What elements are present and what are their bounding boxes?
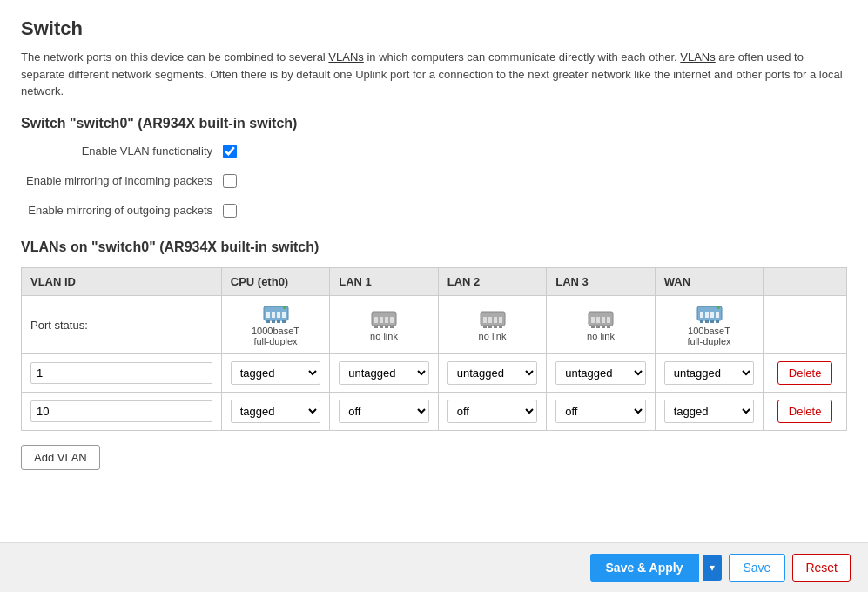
wan-status-line2: full-duplex <box>687 336 730 346</box>
switch-section: Switch "switch0" (AR934X built-in switch… <box>21 116 847 219</box>
cpu-select-cell-1: tagged untagged off <box>221 354 330 393</box>
lan3-select-cell-2: tagged untagged off <box>547 393 656 431</box>
enable-vlan-checkbox[interactable] <box>223 145 237 158</box>
svg-rect-31 <box>602 317 605 323</box>
svg-rect-8 <box>282 320 286 323</box>
enable-mirror-outgoing-row: Enable mirroring of outgoing packets <box>21 203 847 219</box>
page-container: Switch The network ports on this device … <box>0 0 868 592</box>
svg-rect-36 <box>607 326 610 328</box>
enable-mirror-incoming-control <box>223 174 237 188</box>
lan1-select-cell-1: tagged untagged off <box>330 354 439 393</box>
delete-button-1[interactable]: Delete <box>777 361 833 385</box>
port-lan3-status: no link <box>547 296 656 354</box>
vlan-id-cell-1 <box>22 354 222 393</box>
vlan-link-2[interactable]: VLANs <box>680 50 715 64</box>
vlan-id-input-1[interactable] <box>30 362 212 384</box>
lan3-select-1[interactable]: tagged untagged off <box>555 361 646 385</box>
enable-mirror-outgoing-control <box>223 204 237 218</box>
svg-rect-42 <box>700 320 703 323</box>
svg-rect-24 <box>483 326 487 328</box>
svg-rect-39 <box>705 312 709 318</box>
bottom-bar: Save & Apply ▾ Save Reset <box>0 542 868 592</box>
svg-rect-5 <box>266 320 270 323</box>
svg-rect-30 <box>596 317 600 323</box>
cpu-status-line2: full-duplex <box>253 336 297 346</box>
port-wan-status: 100baseT full-duplex <box>655 296 764 354</box>
svg-rect-33 <box>591 326 595 328</box>
delete-button-2[interactable]: Delete <box>777 400 833 423</box>
switch-title: Switch "switch0" (AR934X built-in switch… <box>21 116 847 131</box>
svg-rect-4 <box>282 312 286 318</box>
lan2-select-1[interactable]: tagged untagged off <box>447 361 538 385</box>
svg-rect-18 <box>390 326 394 328</box>
enable-vlan-row: Enable VLAN functionality <box>21 144 847 159</box>
wan-select-1[interactable]: tagged untagged off <box>664 361 755 385</box>
wan-status-line1: 100baseT <box>688 326 730 336</box>
port-status-actions-empty <box>764 296 847 354</box>
lan3-status-line1: no link <box>587 331 615 341</box>
svg-rect-34 <box>596 326 600 328</box>
col-lan1: LAN 1 <box>330 268 439 296</box>
svg-rect-27 <box>499 326 502 328</box>
lan1-status-line1: no link <box>370 331 398 341</box>
svg-rect-35 <box>602 326 605 328</box>
vlans-title: VLANs on "switch0" (AR934X built-in swit… <box>21 239 847 255</box>
lan1-select-2[interactable]: tagged untagged off <box>339 400 429 423</box>
enable-vlan-control <box>223 145 237 158</box>
port-lan1-status: no link <box>330 296 439 354</box>
col-cpu: CPU (eth0) <box>221 268 330 296</box>
table-row: tagged untagged off tagged untagged off <box>22 354 847 393</box>
svg-rect-7 <box>277 320 280 323</box>
svg-rect-45 <box>716 320 719 323</box>
delete-cell-1: Delete <box>764 354 847 393</box>
svg-rect-6 <box>272 320 275 323</box>
port-cpu-status: 1000baseT full-duplex <box>221 296 330 354</box>
enable-mirror-incoming-checkbox[interactable] <box>223 174 237 188</box>
lan2-select-2[interactable]: tagged untagged off <box>447 400 538 423</box>
svg-rect-43 <box>705 320 709 323</box>
svg-rect-44 <box>710 320 714 323</box>
reset-button[interactable]: Reset <box>792 554 851 582</box>
svg-rect-17 <box>385 326 388 328</box>
svg-rect-2 <box>272 312 275 318</box>
svg-rect-3 <box>277 312 280 318</box>
vlan-id-input-2[interactable] <box>30 400 212 422</box>
table-header-row: VLAN ID CPU (eth0) LAN 1 LAN 2 LAN 3 WAN <box>22 268 847 296</box>
svg-rect-26 <box>494 326 497 328</box>
svg-rect-29 <box>591 317 595 323</box>
cpu-port-icon <box>262 303 290 326</box>
cpu-select-1[interactable]: tagged untagged off <box>231 361 321 385</box>
lan2-select-cell-1: tagged untagged off <box>438 354 547 393</box>
lan1-select-cell-2: tagged untagged off <box>330 393 439 431</box>
port-status-row: Port status: <box>22 296 847 354</box>
wan-select-cell-1: tagged untagged off <box>655 354 764 393</box>
svg-rect-14 <box>390 317 394 323</box>
page-description: The network ports on this device can be … <box>21 49 847 100</box>
svg-rect-40 <box>710 312 714 318</box>
svg-rect-12 <box>380 317 383 323</box>
save-button[interactable]: Save <box>729 554 786 582</box>
svg-rect-41 <box>716 312 719 318</box>
save-apply-dropdown-button[interactable]: ▾ <box>703 555 722 581</box>
lan2-status-line1: no link <box>479 331 507 341</box>
wan-select-2[interactable]: tagged untagged off <box>664 400 755 423</box>
vlan-id-cell-2 <box>22 393 222 431</box>
col-lan3: LAN 3 <box>547 268 656 296</box>
port-status-label-cell: Port status: <box>22 296 222 354</box>
lan2-port-icon <box>479 308 507 331</box>
svg-rect-1 <box>266 312 270 318</box>
lan2-select-cell-2: tagged untagged off <box>438 393 547 431</box>
vlan-link-1[interactable]: VLANs <box>328 50 363 64</box>
svg-rect-32 <box>607 317 610 323</box>
lan3-select-2[interactable]: tagged untagged off <box>555 400 646 423</box>
add-vlan-button[interactable]: Add VLAN <box>21 445 100 470</box>
page-title: Switch <box>21 17 847 40</box>
cpu-select-2[interactable]: tagged untagged off <box>231 400 321 423</box>
save-apply-button[interactable]: Save & Apply <box>590 554 699 582</box>
svg-rect-23 <box>499 317 502 323</box>
lan1-port-icon <box>370 308 398 331</box>
cpu-status-line1: 1000baseT <box>252 326 299 336</box>
enable-mirror-outgoing-checkbox[interactable] <box>223 204 237 218</box>
svg-rect-38 <box>700 312 703 318</box>
lan1-select-1[interactable]: tagged untagged off <box>339 361 429 385</box>
